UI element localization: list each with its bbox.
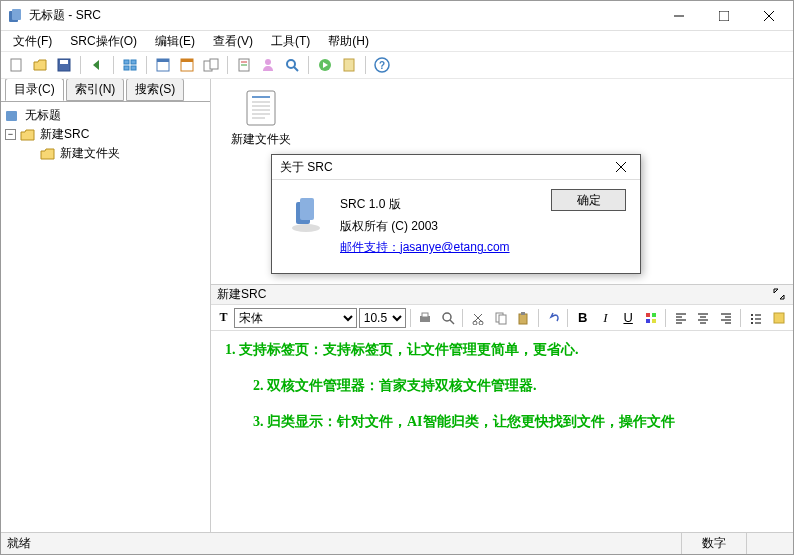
svg-text:?: ? (379, 60, 385, 71)
save-icon[interactable] (53, 54, 75, 76)
tree-view[interactable]: 无标题 − 新建SRC 新建文件夹 (1, 101, 210, 532)
separator (567, 309, 568, 327)
svg-rect-54 (646, 313, 650, 317)
window1-icon[interactable] (152, 54, 174, 76)
svg-rect-3 (719, 11, 729, 21)
new-icon[interactable] (5, 54, 27, 76)
editor-body[interactable]: 1. 支持标签页：支持标签页，让文件管理更简单，更省心. 2. 双核文件管理器：… (211, 331, 793, 532)
content-area: 新建文件夹 关于 SRC SRC 1.0 版 版权所有 (C) 2003 (211, 79, 793, 532)
separator (227, 56, 228, 74)
help-icon[interactable]: ? (371, 54, 393, 76)
about-titlebar: 关于 SRC (272, 155, 640, 180)
svg-line-24 (294, 67, 298, 71)
separator (665, 309, 666, 327)
about-ok-button[interactable]: 确定 (551, 189, 626, 211)
svg-rect-18 (210, 59, 218, 69)
svg-rect-11 (124, 66, 129, 70)
svg-rect-51 (499, 315, 506, 324)
menu-file[interactable]: 文件(F) (5, 32, 60, 51)
zoom-icon[interactable] (438, 307, 459, 329)
menu-tools[interactable]: 工具(T) (263, 32, 318, 51)
sidebar-tabs: 目录(C) 索引(N) 搜索(S) (1, 79, 210, 101)
underline-icon[interactable]: U (618, 307, 639, 329)
color-icon[interactable] (641, 307, 662, 329)
tree-node-folder[interactable]: 新建文件夹 (5, 144, 206, 163)
tree-label: 新建SRC (40, 126, 89, 143)
separator (740, 309, 741, 327)
tab-index[interactable]: 索引(N) (66, 79, 125, 101)
svg-rect-1 (12, 9, 21, 20)
search-icon[interactable] (281, 54, 303, 76)
align-right-icon[interactable] (716, 307, 737, 329)
doc1-icon[interactable] (233, 54, 255, 76)
font-size-select[interactable]: 10.5 (359, 308, 406, 328)
tree-label: 新建文件夹 (60, 145, 120, 162)
text-tool-icon[interactable]: T (215, 310, 232, 325)
svg-point-22 (265, 59, 271, 65)
paste-icon[interactable] (513, 307, 534, 329)
app-icon (7, 8, 23, 24)
font-name-select[interactable]: 宋体 (234, 308, 357, 328)
open-icon[interactable] (29, 54, 51, 76)
svg-rect-16 (181, 59, 193, 62)
menubar: 文件(F) SRC操作(O) 编辑(E) 查看(V) 工具(T) 帮助(H) (1, 31, 793, 51)
undo-icon[interactable] (543, 307, 564, 329)
support-email-link[interactable]: jasanye@etang.com (400, 240, 510, 254)
menu-edit[interactable]: 编辑(E) (147, 32, 203, 51)
tree-root[interactable]: 无标题 (5, 106, 206, 125)
collapse-icon[interactable]: − (5, 129, 16, 140)
doc2-icon[interactable] (338, 54, 360, 76)
list-icon[interactable] (745, 307, 766, 329)
minimize-button[interactable] (656, 2, 701, 30)
run-icon[interactable] (314, 54, 336, 76)
menu-src[interactable]: SRC操作(O) (62, 32, 145, 51)
svg-point-44 (443, 313, 451, 321)
statusbar: 就绪 数字 (1, 532, 793, 554)
maximize-button[interactable] (701, 2, 746, 30)
tab-search[interactable]: 搜索(S) (126, 79, 184, 101)
editor-pane: 新建SRC T 宋体 10.5 B (211, 284, 793, 532)
svg-rect-26 (344, 59, 354, 71)
copy-icon[interactable] (490, 307, 511, 329)
window-title: 无标题 - SRC (29, 7, 656, 24)
close-button[interactable] (746, 2, 791, 30)
svg-rect-55 (652, 313, 656, 317)
editor-header: 新建SRC (211, 285, 793, 305)
file-pane[interactable]: 新建文件夹 关于 SRC SRC 1.0 版 版权所有 (C) 2003 (211, 79, 793, 284)
italic-icon[interactable]: I (595, 307, 616, 329)
separator (410, 309, 411, 327)
svg-rect-41 (300, 198, 314, 220)
svg-rect-10 (131, 60, 136, 64)
separator (80, 56, 81, 74)
window2-icon[interactable] (176, 54, 198, 76)
user-icon[interactable] (257, 54, 279, 76)
tab-contents[interactable]: 目录(C) (5, 79, 64, 101)
tree-node-src[interactable]: − 新建SRC (5, 125, 206, 144)
about-close-button[interactable] (606, 156, 636, 178)
menu-view[interactable]: 查看(V) (205, 32, 261, 51)
bold-icon[interactable]: B (572, 307, 593, 329)
folder-icon (40, 147, 56, 161)
editor-toolbar: T 宋体 10.5 B I U (211, 305, 793, 331)
about-body: SRC 1.0 版 版权所有 (C) 2003 邮件支持：jasanye@eta… (272, 180, 640, 273)
cut-icon[interactable] (467, 307, 488, 329)
print-icon[interactable] (415, 307, 436, 329)
back-icon[interactable] (86, 54, 108, 76)
svg-point-74 (751, 322, 753, 324)
file-item-folder[interactable]: 新建文件夹 (221, 89, 301, 148)
separator (308, 56, 309, 74)
separator (538, 309, 539, 327)
svg-point-72 (751, 318, 753, 320)
document-icon (245, 89, 277, 127)
svg-rect-56 (646, 319, 650, 323)
main-window: 无标题 - SRC 文件(F) SRC操作(O) 编辑(E) 查看(V) 工具(… (0, 0, 794, 555)
window3-icon[interactable] (200, 54, 222, 76)
expand-icon[interactable] (773, 288, 787, 302)
svg-rect-8 (60, 60, 68, 64)
svg-point-70 (751, 314, 753, 316)
menu-help[interactable]: 帮助(H) (320, 32, 377, 51)
highlight-icon[interactable] (768, 307, 789, 329)
align-left-icon[interactable] (670, 307, 691, 329)
align-center-icon[interactable] (693, 307, 714, 329)
view-icon[interactable] (119, 54, 141, 76)
